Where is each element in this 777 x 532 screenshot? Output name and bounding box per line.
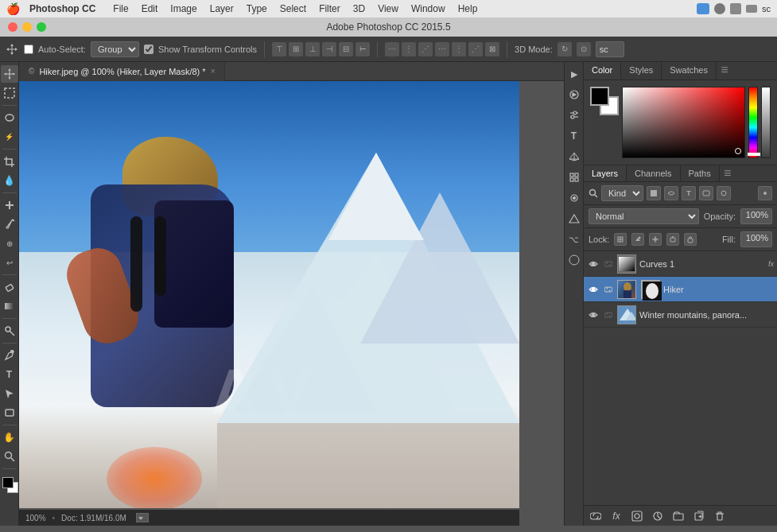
lock-transparent-icon[interactable] xyxy=(614,233,627,246)
layers-panel-menu[interactable]: ≡ xyxy=(720,165,736,181)
menu-file[interactable]: File xyxy=(108,3,133,14)
layer-visibility-toggle[interactable] xyxy=(587,258,600,270)
tab-layers[interactable]: Layers xyxy=(584,165,627,181)
lock-artboard-icon[interactable] xyxy=(666,233,679,246)
layer-link-icon[interactable] xyxy=(603,309,614,320)
canvas[interactable]: AV xyxy=(19,81,519,508)
hue-slider-handle[interactable] xyxy=(748,153,760,156)
lasso-tool[interactable] xyxy=(1,109,18,126)
add-adjustment-button[interactable] xyxy=(651,509,665,523)
menu-help[interactable]: Help xyxy=(453,3,483,14)
adjustment-panel-icon[interactable] xyxy=(565,107,583,124)
user-icon[interactable] xyxy=(714,3,725,14)
lock-all-icon[interactable] xyxy=(684,233,697,246)
layer-visibility-toggle[interactable] xyxy=(587,283,600,296)
delete-layer-button[interactable] xyxy=(713,509,727,523)
libraries-icon[interactable] xyxy=(565,169,583,186)
history-panel-icon[interactable]: ▶ xyxy=(565,65,583,83)
menu-edit[interactable]: Edit xyxy=(137,3,163,14)
info-dropdown[interactable] xyxy=(136,513,149,522)
brush-panel-icon[interactable] xyxy=(565,189,583,207)
dist-bottom-icon[interactable]: ⋰ xyxy=(418,42,433,56)
type-tool[interactable]: T xyxy=(1,366,18,383)
add-mask-button[interactable] xyxy=(630,509,644,523)
autoselect-checkbox[interactable] xyxy=(24,45,33,54)
healing-tool[interactable] xyxy=(1,196,18,214)
tab-paths[interactable]: Paths xyxy=(681,165,720,181)
fullscreen-button[interactable] xyxy=(37,22,46,32)
dist-spacing-icon[interactable]: ⊠ xyxy=(485,42,499,56)
menu-window[interactable]: Window xyxy=(406,3,450,14)
color-gradient-field[interactable] xyxy=(622,87,745,158)
blend-mode-dropdown[interactable]: Normal xyxy=(589,208,699,224)
dist-vc-icon[interactable]: ⋮ xyxy=(402,42,416,56)
dropbox-icon[interactable] xyxy=(697,3,709,14)
dist-hc-icon[interactable]: ⋮ xyxy=(452,42,466,56)
ps-icon[interactable] xyxy=(565,251,583,269)
shape-tool[interactable] xyxy=(1,404,18,421)
actions-panel-icon[interactable] xyxy=(565,86,583,103)
close-button[interactable] xyxy=(8,22,17,32)
menu-select[interactable]: Select xyxy=(275,3,311,14)
align-right-icon[interactable]: ⊢ xyxy=(355,42,370,56)
lock-position-icon[interactable] xyxy=(649,233,662,246)
dist-right-icon[interactable]: ⋰ xyxy=(468,42,483,56)
menu-layer[interactable]: Layer xyxy=(205,3,239,14)
tab-channels[interactable]: Channels xyxy=(627,165,680,181)
layer-link-icon[interactable] xyxy=(603,284,614,295)
notification-icon[interactable] xyxy=(730,3,741,14)
marquee-tool[interactable] xyxy=(1,84,18,102)
color-hue-slider[interactable] xyxy=(748,87,758,158)
clone-tool[interactable]: ⊕ xyxy=(1,235,18,252)
transform-controls-checkbox[interactable] xyxy=(144,45,153,54)
layer-link-icon[interactable] xyxy=(603,258,614,270)
dist-left-icon[interactable]: ⋯ xyxy=(435,42,449,56)
menu-view[interactable]: View xyxy=(373,3,403,14)
3d-orbit-icon[interactable]: ⊙ xyxy=(577,42,591,56)
tab-styles[interactable]: Styles xyxy=(621,62,662,80)
align-hcenter-icon[interactable]: ⊟ xyxy=(339,42,353,56)
filter-pixel-icon[interactable] xyxy=(647,186,661,200)
fg-bg-colors[interactable] xyxy=(1,476,18,493)
group-dropdown[interactable]: Group xyxy=(91,41,139,57)
pen-tool[interactable] xyxy=(1,347,18,364)
move-tool[interactable] xyxy=(1,65,18,83)
tab-color[interactable]: Color xyxy=(584,62,621,80)
brush-tool[interactable] xyxy=(1,216,18,233)
tab-close-button[interactable]: × xyxy=(211,67,216,76)
document-tab[interactable]: © Hiker.jpeg @ 100% (Hiker, Layer Mask/8… xyxy=(19,62,225,81)
link-layers-button[interactable] xyxy=(589,509,603,523)
menu-image[interactable]: Image xyxy=(165,3,201,14)
align-top-icon[interactable]: ⊤ xyxy=(272,42,286,56)
shapes-icon[interactable] xyxy=(565,210,583,227)
gradient-tool[interactable] xyxy=(1,297,18,315)
layer-visibility-toggle[interactable] xyxy=(587,309,600,321)
align-bottom-icon[interactable]: ⊥ xyxy=(305,42,320,56)
path-select-tool[interactable] xyxy=(1,385,18,402)
align-vcenter-icon[interactable]: ⊞ xyxy=(289,42,303,56)
menu-filter[interactable]: Filter xyxy=(314,3,345,14)
layer-row[interactable]: Winter mountains, panora... xyxy=(584,302,777,328)
menu-3d[interactable]: 3D xyxy=(348,3,370,14)
fill-value[interactable]: 100% xyxy=(740,231,772,247)
layer-mask-thumbnail[interactable] xyxy=(641,280,660,299)
sc-input[interactable] xyxy=(596,41,624,57)
color-picker-handle[interactable] xyxy=(735,148,741,154)
layer-row[interactable]: Curves 1 fx xyxy=(584,251,777,277)
menu-type[interactable]: Type xyxy=(242,3,272,14)
layer-row[interactable]: Hiker xyxy=(584,277,777,302)
new-layer-button[interactable] xyxy=(692,509,706,523)
3d-panel-icon[interactable] xyxy=(565,148,583,165)
dodge-tool[interactable] xyxy=(1,322,18,340)
color-alpha-slider[interactable] xyxy=(761,87,771,158)
quickselect-tool[interactable]: ⚡ xyxy=(1,128,18,146)
kind-dropdown[interactable]: Kind xyxy=(601,185,643,201)
align-left-icon[interactable]: ⊣ xyxy=(322,42,336,56)
opacity-value[interactable]: 100% xyxy=(740,208,772,224)
new-group-button[interactable] xyxy=(671,509,686,523)
eraser-tool[interactable] xyxy=(1,278,18,296)
hand-tool[interactable]: ✋ xyxy=(1,429,18,446)
app-name[interactable]: Photoshop CC xyxy=(29,3,95,14)
eyedropper-tool[interactable]: 💧 xyxy=(1,172,18,189)
lock-image-icon[interactable] xyxy=(631,233,644,246)
